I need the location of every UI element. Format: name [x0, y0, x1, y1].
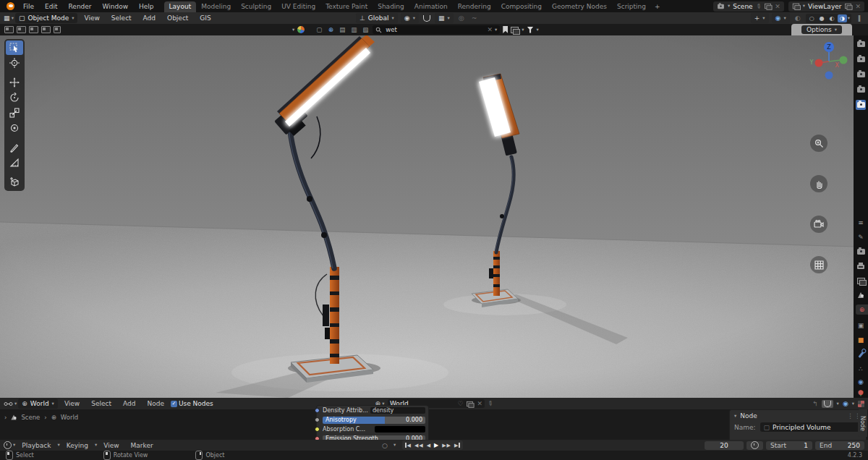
editor-type-button[interactable]: ▾	[4, 441, 15, 450]
auto-keying-button[interactable]: ○	[382, 442, 388, 449]
xray-toggle[interactable]: ◐	[793, 14, 803, 22]
editor-type-button[interactable]: ▦ ▾	[4, 14, 14, 22]
node-name-field[interactable]: ▢ Principled Volume	[760, 422, 861, 432]
modifiers-tab-icon[interactable]	[856, 349, 866, 359]
pan-button[interactable]	[810, 175, 827, 192]
jump-to-start-button[interactable]: ◀	[405, 443, 411, 448]
menu-add[interactable]: Add	[138, 14, 161, 22]
properties-editor-icon[interactable]: ≡	[856, 218, 866, 228]
filter-funnel-icon[interactable]	[527, 27, 534, 33]
menu-view[interactable]: View	[59, 399, 85, 408]
density-attribute-field[interactable]: density	[370, 407, 425, 414]
jump-to-end-button[interactable]: ▶	[454, 443, 460, 448]
breadcrumb-world[interactable]: World	[61, 414, 78, 421]
filter-collection-toggle[interactable]: ▧	[361, 26, 370, 33]
node-input-row[interactable]: Density Attrib... density	[323, 406, 425, 414]
backdrop-checker-icon[interactable]	[858, 401, 864, 407]
zoom-button[interactable]	[810, 135, 827, 152]
camera-marker-icon[interactable]	[856, 39, 866, 49]
play-button[interactable]: ▶	[434, 442, 438, 448]
use-nodes-checkbox[interactable]: ✓	[171, 401, 177, 407]
node-input-row[interactable]: Absorption C...	[323, 425, 425, 433]
chevron-down-icon[interactable]: ▾	[393, 443, 396, 448]
tab-shading[interactable]: Shading	[373, 1, 409, 12]
world-tab-icon-active[interactable]: ⊕	[856, 304, 868, 315]
snap-target-dropdown[interactable]: ▦ ▾	[435, 13, 454, 23]
filter-armature-toggle[interactable]: ▤	[338, 26, 346, 33]
filter-mesh-toggle[interactable]: ▢	[315, 26, 323, 33]
sidebar-tab-node[interactable]: Node	[858, 409, 867, 437]
tool-cursor[interactable]	[6, 56, 23, 70]
camera-marker-icon[interactable]	[856, 69, 866, 80]
window-layout-icon[interactable]	[29, 26, 38, 33]
tab-scripting[interactable]: Scripting	[612, 1, 651, 12]
overlays-icon[interactable]: ◉	[843, 400, 848, 407]
pivot-point-dropdown[interactable]: ◉ ▾	[401, 13, 419, 23]
socket-blue[interactable]	[315, 408, 320, 413]
new-scene-icon[interactable]	[765, 4, 771, 9]
chevron-down-icon[interactable]: ▾	[522, 27, 524, 33]
window-layout-icon[interactable]	[17, 26, 26, 33]
search-box[interactable]: ✕ ▾	[373, 25, 500, 34]
socket-gray[interactable]	[315, 417, 320, 422]
add-workspace-button[interactable]: +	[651, 1, 664, 12]
gizmo-y-neg[interactable]	[840, 56, 848, 64]
menu-select[interactable]: Select	[86, 399, 116, 408]
search-input[interactable]	[384, 25, 485, 34]
go-to-parent-icon[interactable]: ↰	[812, 400, 818, 407]
chevron-down-icon[interactable]: ▾	[292, 27, 294, 33]
tab-layout[interactable]: Layout	[164, 1, 197, 12]
transform-orientation-dropdown[interactable]: ⊥ Global ▾	[356, 13, 398, 23]
frame-start-field[interactable]: Start 1	[766, 441, 812, 450]
blender-logo-icon[interactable]	[7, 2, 14, 10]
tab-animation[interactable]: Animation	[409, 1, 453, 12]
tab-modeling[interactable]: Modeling	[196, 1, 236, 12]
menu-add[interactable]: Add	[118, 399, 140, 408]
proportional-edit-toggle[interactable]: ◎	[456, 14, 467, 22]
gizmo-z-neg[interactable]	[825, 72, 833, 80]
pause-render-button[interactable]: ‖	[854, 14, 864, 22]
node-sidebar-panel[interactable]: ▾ Node ⋮⋮ Name: ▢ Principled Volume	[729, 409, 867, 440]
absorption-color-swatch[interactable]	[375, 426, 425, 433]
principled-volume-node[interactable]: Density Attrib... density Anisotropy 0.0…	[317, 406, 428, 440]
window-layout-icon[interactable]	[54, 26, 61, 33]
clear-search-icon[interactable]: ✕	[487, 26, 493, 33]
material-tab-icon[interactable]: ●	[856, 387, 866, 397]
tool-select-box[interactable]	[6, 41, 23, 55]
current-frame-field[interactable]: 20	[705, 441, 744, 450]
snap-toggle-active[interactable]	[822, 400, 833, 408]
tab-uv-editing[interactable]: UV Editing	[276, 1, 320, 12]
tab-sculpting[interactable]: Sculpting	[236, 1, 276, 12]
mode-dropdown[interactable]: ▢ Object Mode ▾	[15, 13, 77, 23]
tab-texture-paint[interactable]: Texture Paint	[320, 1, 373, 12]
camera-view-button[interactable]	[810, 216, 827, 233]
chevron-down-icon[interactable]: ▾	[495, 27, 497, 33]
use-preview-range-button[interactable]	[746, 441, 763, 450]
gizmo-x-neg[interactable]	[815, 59, 823, 67]
filter-empty-toggle[interactable]: ▥	[349, 26, 358, 33]
prev-keyframe-button[interactable]: ◀◀	[414, 443, 423, 448]
tool-move[interactable]	[6, 75, 23, 90]
menu-playback[interactable]: Playback	[17, 441, 56, 450]
viewport-3d[interactable]: Z Y X	[0, 35, 854, 398]
viewlayer-tab-icon[interactable]	[856, 276, 866, 286]
next-keyframe-button[interactable]: ▶▶	[442, 443, 451, 448]
menu-file[interactable]: File	[18, 2, 39, 11]
breadcrumb-scene[interactable]: Scene	[21, 414, 40, 421]
menu-edit[interactable]: Edit	[40, 2, 62, 11]
tool-measure[interactable]	[6, 156, 23, 170]
viewlayer-selector[interactable]: ▾ ViewLayer ✕	[788, 1, 864, 12]
menu-node[interactable]: Node	[142, 399, 169, 408]
scene-browse-icon[interactable]	[718, 4, 724, 8]
shading-material-button[interactable]: ◐	[827, 14, 837, 22]
unlink-icon[interactable]: ✕	[477, 400, 482, 407]
tool-annotate[interactable]	[6, 140, 23, 155]
camera-marker-icon[interactable]	[856, 85, 866, 95]
menu-window[interactable]: Window	[98, 2, 134, 11]
tool-tab-icon[interactable]: ✎	[856, 232, 866, 242]
menu-marker[interactable]: Marker	[126, 441, 158, 450]
snap-toggle[interactable]	[422, 14, 432, 22]
proportional-falloff-dropdown[interactable]: ~	[469, 14, 480, 22]
tool-rotate[interactable]	[6, 90, 23, 105]
tab-rendering[interactable]: Rendering	[453, 1, 496, 12]
